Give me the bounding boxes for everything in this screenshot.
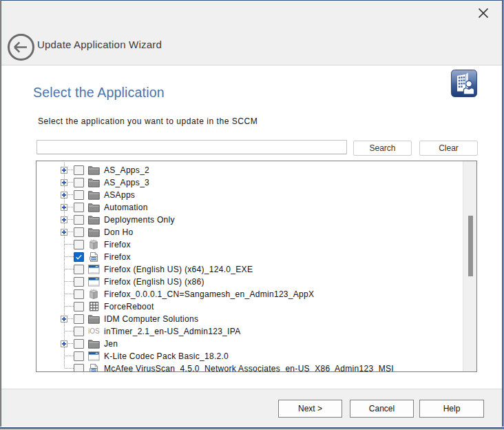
svg-text:H2: H2 xyxy=(92,257,96,260)
svg-text:iOS: iOS xyxy=(88,327,100,335)
svg-text:H2: H2 xyxy=(92,369,96,371)
